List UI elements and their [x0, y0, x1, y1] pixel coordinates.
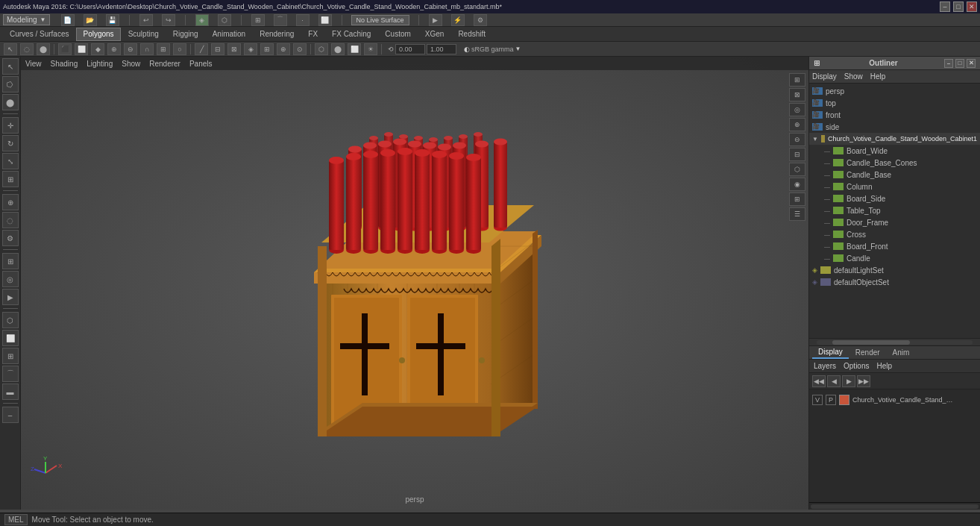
vp-tool-8[interactable]: ◉ [789, 178, 805, 191]
uv-editor-btn[interactable]: ⬜ [2, 330, 19, 346]
close-button[interactable]: ✕ [967, 1, 977, 12]
snap-grid-icon[interactable]: ⊞ [251, 14, 265, 26]
outliner-item-table-top[interactable]: — Table_Top [809, 204, 980, 216]
render-icon[interactable]: ▶ [429, 14, 442, 26]
render-settings-icon[interactable]: ⚙ [474, 14, 487, 26]
outliner-close-btn[interactable]: ✕ [967, 59, 976, 68]
tab-rigging[interactable]: Rigging [166, 28, 205, 41]
outliner-item-persp[interactable]: 🎥 persp [809, 85, 980, 97]
graph-editor-btn[interactable]: ⌒ [2, 366, 19, 382]
redo-icon[interactable]: ↪ [162, 14, 175, 26]
save-file-icon[interactable]: 💾 [106, 14, 119, 26]
tab-rendering[interactable]: Rendering [253, 28, 301, 41]
tab-polygons[interactable]: Polygons [76, 28, 120, 41]
outliner-item-cross[interactable]: — Cross [809, 228, 980, 240]
module-selector[interactable]: Modeling ▼ [3, 14, 50, 25]
vp-menu-lighting[interactable]: Lighting [87, 60, 113, 68]
combine-icon[interactable]: ⊕ [107, 43, 121, 55]
vp-tool-1[interactable]: ⊞ [789, 73, 805, 87]
x-coord-input[interactable]: 0.00 [395, 44, 425, 54]
vp-tool-3[interactable]: ◎ [789, 103, 805, 116]
layer-item-church-cabinet[interactable]: V P Church_Votive_Candle_Stand_Woode... [812, 392, 977, 407]
outliner-item-default-light-set[interactable]: ◈ defaultLightSet [809, 264, 980, 276]
tab-animation[interactable]: Animation [206, 28, 252, 41]
dope-sheet-btn[interactable]: ▬ [2, 383, 19, 400]
wireframe-icon[interactable]: ⬡ [315, 43, 328, 55]
outliner-content[interactable]: 🎥 persp 🎥 top 🎥 front 🎥 side ▼ Church_Vo… [809, 84, 980, 338]
viewport[interactable]: View Shading Lighting Show Renderer Pane… [21, 57, 808, 510]
vp-tool-4[interactable]: ⊕ [789, 118, 805, 131]
outliner-item-column[interactable]: — Column [809, 181, 980, 192]
tab-display[interactable]: Display [812, 346, 849, 359]
snap-point-icon[interactable]: · [296, 14, 310, 26]
vp-tool-10[interactable]: ☰ [789, 207, 805, 221]
layer-reference-btn[interactable]: P [826, 395, 836, 405]
vp-tool-5[interactable]: ⊖ [789, 133, 805, 146]
nav-next-btn[interactable]: ▶ [842, 375, 855, 387]
help-menu[interactable]: Help [876, 362, 892, 370]
collapse-icon[interactable]: ◈ [244, 43, 257, 55]
outliner-show-menu[interactable]: Show [844, 72, 863, 81]
hscroll-track[interactable] [811, 504, 979, 509]
separate-icon[interactable]: ⊖ [124, 43, 137, 55]
texture-icon[interactable]: ⬜ [348, 43, 361, 55]
ipr-render-icon[interactable]: ⚡ [451, 14, 465, 26]
outliner-item-board-front[interactable]: — Board_Front [809, 240, 980, 252]
snap-to-grid-btn[interactable]: ⊞ [2, 253, 19, 269]
vp-tool-2[interactable]: ⊠ [789, 88, 805, 101]
vp-menu-shading[interactable]: Shading [51, 60, 78, 68]
mel-button[interactable]: MEL [4, 514, 28, 525]
lasso-icon[interactable]: ◌ [20, 43, 34, 55]
maximize-button[interactable]: □ [953, 1, 964, 12]
scale-tool-btn[interactable]: ⤡ [2, 153, 19, 169]
outliner-item-default-object-set[interactable]: ◈ defaultObjectSet [809, 276, 980, 288]
options-menu[interactable]: Options [844, 362, 869, 370]
tab-redshift[interactable]: Redshift [451, 28, 492, 41]
outliner-item-board-side[interactable]: — Board_Side [809, 192, 980, 204]
snap-surface-icon[interactable]: ⬜ [318, 14, 332, 26]
new-file-icon[interactable]: 📄 [61, 14, 75, 26]
lasso-select-btn[interactable]: ⭔ [2, 76, 19, 93]
outliner-item-candle-base[interactable]: — Candle_Base [809, 169, 980, 181]
vp-tool-6[interactable]: ⊟ [789, 148, 805, 161]
snap-curve-icon[interactable]: ⌒ [274, 14, 287, 26]
outliner-item-candle-base-cones[interactable]: — Candle_Base_Cones [809, 157, 980, 169]
lasso-select-icon[interactable]: ⬡ [218, 14, 231, 26]
camera-btn[interactable]: ◎ [2, 271, 19, 287]
layers-menu[interactable]: Layers [814, 362, 836, 370]
tab-render[interactable]: Render [849, 347, 886, 358]
outliner-item-board-wide[interactable]: — Board_Wide [809, 145, 980, 157]
vp-menu-show[interactable]: Show [122, 60, 140, 68]
undo-icon[interactable]: ↩ [139, 14, 153, 26]
bridge-icon[interactable]: ⬜ [75, 43, 88, 55]
outliner-item-candle[interactable]: — Candle [809, 252, 980, 264]
hypershade-btn[interactable]: ⬡ [2, 312, 19, 328]
vp-menu-panels[interactable]: Panels [189, 60, 213, 68]
weld-icon[interactable]: ⊕ [277, 43, 290, 55]
select-obj-icon[interactable]: ↖ [4, 43, 17, 55]
nav-next-next-btn[interactable]: ▶▶ [857, 375, 870, 387]
y-coord-input[interactable]: 1.00 [427, 44, 456, 54]
tab-fx-caching[interactable]: FX Caching [325, 28, 377, 41]
mirror-icon[interactable]: ⊞ [157, 43, 170, 55]
node-editor-btn[interactable]: ⊞ [2, 348, 19, 364]
outliner-help-menu[interactable]: Help [870, 72, 886, 81]
display-settings-btn[interactable]: ⚙ [2, 230, 19, 246]
xray-btn[interactable]: ◌ [2, 212, 19, 228]
target-weld-icon[interactable]: ⊙ [293, 43, 307, 55]
outliner-item-church-cabinet[interactable]: ▼ Church_Votive_Candle_Stand_Wooden_Cabi… [809, 133, 980, 145]
vp-tool-7[interactable]: ⬡ [789, 163, 805, 176]
outliner-item-top[interactable]: 🎥 top [809, 97, 980, 109]
tab-fx[interactable]: FX [301, 28, 324, 41]
paint-icon[interactable]: ⬤ [37, 43, 50, 55]
vp-tool-9[interactable]: ⊞ [789, 192, 805, 206]
layer-visibility-btn[interactable]: V [812, 395, 823, 405]
insert-edgeloop-icon[interactable]: ⊟ [211, 43, 224, 55]
open-file-icon[interactable]: 📂 [84, 14, 97, 26]
show-manip-btn[interactable]: ⊕ [2, 194, 19, 210]
minus-btn[interactable]: – [2, 407, 19, 423]
smooth-icon[interactable]: ○ [173, 43, 186, 55]
select-tool-btn[interactable]: ↖ [2, 58, 19, 75]
extrude-icon[interactable]: ⬛ [58, 43, 72, 55]
select-tool-icon[interactable]: ◈ [195, 14, 209, 26]
